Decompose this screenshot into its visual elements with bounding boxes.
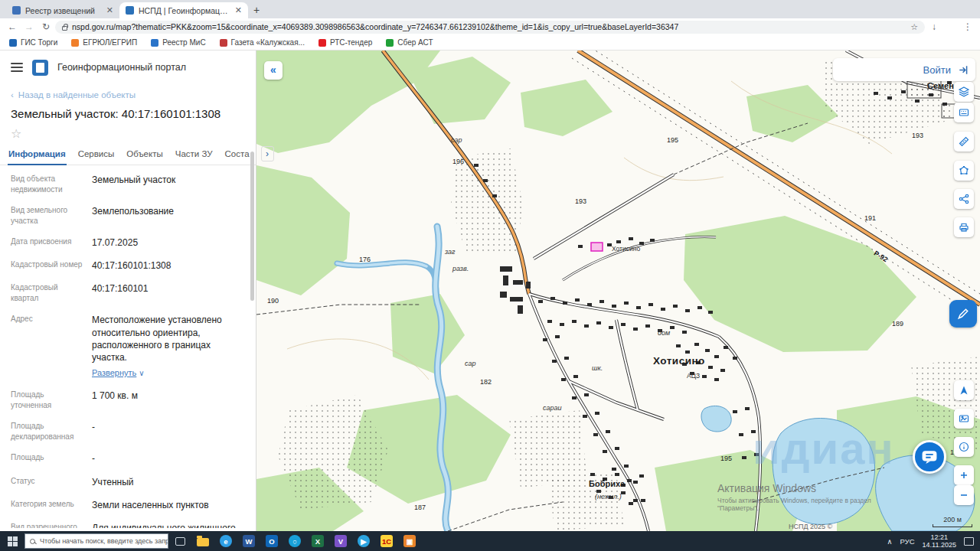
layers-button[interactable] bbox=[954, 82, 974, 102]
bookmark-favicon bbox=[9, 39, 17, 47]
measure-button[interactable] bbox=[954, 132, 974, 152]
tab-favicon bbox=[12, 6, 21, 15]
notification-center-icon[interactable] bbox=[964, 537, 974, 546]
language-indicator[interactable]: РУС bbox=[900, 537, 915, 546]
menu-icon[interactable] bbox=[11, 63, 23, 72]
parcel-title: Земельный участок: 40:17:160101:1308 bbox=[11, 107, 245, 120]
login-button[interactable]: Войти bbox=[833, 58, 975, 81]
taskbar-apps: eWO○XV▶1С▣ bbox=[191, 531, 421, 551]
app-purple-button[interactable]: V bbox=[329, 531, 352, 551]
word-button[interactable]: W bbox=[237, 531, 260, 551]
edge-browser-button[interactable]: e bbox=[214, 531, 237, 551]
task-view-button[interactable] bbox=[168, 531, 191, 551]
nspd-logo[interactable] bbox=[32, 60, 48, 76]
map-label: АЦЗ bbox=[687, 372, 700, 380]
field-value: - bbox=[92, 421, 245, 442]
browser-tabstrip: Реестр извещений ✕ НСПД | Геоинформацион… bbox=[0, 0, 980, 18]
browser-tab-1[interactable]: Реестр извещений ✕ bbox=[6, 2, 119, 18]
bookmark-favicon bbox=[318, 39, 326, 47]
bookmark-favicon bbox=[386, 39, 394, 47]
browser-menu-icon[interactable]: ⋮ bbox=[960, 21, 975, 32]
field-label: Категория земель bbox=[11, 499, 84, 511]
taskbar-search-input[interactable]: Чтобы начать поиск, введите здесь запрос bbox=[24, 533, 168, 549]
panel-tab[interactable]: Информация bbox=[8, 142, 67, 165]
field-label: Кадастровый квартал bbox=[11, 282, 84, 303]
field-label: Площадь декларированная bbox=[11, 421, 84, 442]
back-icon[interactable]: ← bbox=[5, 21, 20, 32]
bookmark-item[interactable]: Сбер АСТ bbox=[386, 38, 433, 47]
panel-tab[interactable]: Части ЗУ bbox=[175, 142, 214, 165]
tab-close-icon[interactable]: ✕ bbox=[106, 5, 113, 15]
bookmark-item[interactable]: Газета «Калужская... bbox=[220, 38, 305, 47]
collapse-panel-button[interactable]: « bbox=[264, 61, 283, 80]
identify-button[interactable] bbox=[954, 437, 974, 457]
file-explorer-button[interactable] bbox=[191, 531, 214, 551]
excel-button[interactable]: X bbox=[306, 531, 329, 551]
map-label: 176 bbox=[359, 256, 371, 263]
map-label: дом bbox=[658, 329, 670, 337]
browser-button[interactable]: ○ bbox=[283, 531, 306, 551]
main-area: Семеновка193195сар196193191ХотисиноР-921… bbox=[0, 51, 980, 531]
bookmark-item[interactable]: ГИС Торги bbox=[9, 38, 57, 47]
basemap-button[interactable] bbox=[954, 409, 974, 429]
map-canvas[interactable]: Семеновка193195сар196193191ХотисиноР-921… bbox=[256, 51, 980, 531]
url-bar[interactable]: nspd.gov.ru/map?thematic=PKK&zoom=15&coo… bbox=[55, 21, 925, 34]
panel-tabs-row: ИнформацияСервисыОбъектыЧасти ЗУСоста › bbox=[0, 142, 256, 165]
telegram-button[interactable]: ▶ bbox=[352, 531, 375, 551]
expand-link[interactable]: Развернуть bbox=[92, 367, 136, 379]
share-button[interactable] bbox=[954, 189, 974, 209]
zoom-out-button[interactable] bbox=[954, 485, 974, 505]
windows-taskbar: Чтобы начать поиск, введите здесь запрос… bbox=[0, 531, 980, 551]
panel-scrollbar[interactable] bbox=[250, 152, 254, 301]
one-c-button[interactable]: 1С bbox=[375, 531, 398, 551]
field-row: АдресМестоположение установлено относите… bbox=[0, 308, 256, 384]
reload-icon[interactable]: ↻ bbox=[38, 21, 54, 32]
tab-close-icon[interactable]: ✕ bbox=[235, 5, 242, 15]
start-button[interactable] bbox=[0, 531, 24, 551]
draw-tool-button[interactable] bbox=[949, 300, 977, 328]
favorite-star-icon[interactable]: ☆ bbox=[11, 127, 21, 140]
field-row: СтатусУчтенный bbox=[0, 471, 256, 494]
map-label: (нежил.) bbox=[595, 493, 622, 500]
app-purple-icon: V bbox=[335, 535, 347, 547]
print-button[interactable] bbox=[954, 217, 974, 237]
field-row: Дата присвоения17.07.2025 bbox=[0, 231, 256, 254]
highlighted-parcel[interactable] bbox=[591, 243, 603, 251]
photos-button[interactable]: ▣ bbox=[398, 531, 421, 551]
map-label: 193 bbox=[912, 132, 923, 139]
chat-button[interactable] bbox=[913, 440, 946, 474]
field-label: Кадастровый номер bbox=[11, 259, 84, 272]
back-to-results-link[interactable]: ‹ Назад в найденные объекты bbox=[11, 90, 245, 99]
tray-expand-icon[interactable]: ∧ bbox=[887, 537, 893, 546]
forward-icon[interactable]: → bbox=[21, 21, 37, 32]
map-scale: 200 м bbox=[933, 516, 972, 527]
field-row: Площадь декларированная- bbox=[0, 416, 256, 447]
field-row: Вид разрешенного использованияДля индиви… bbox=[0, 517, 256, 528]
lock-icon bbox=[62, 26, 67, 31]
select-area-button[interactable] bbox=[954, 161, 974, 181]
bookmark-item[interactable]: РТС-тендер bbox=[318, 38, 372, 47]
location-button[interactable] bbox=[954, 380, 974, 400]
panel-tab[interactable]: Соста bbox=[224, 142, 250, 165]
zoom-in-button[interactable] bbox=[954, 465, 974, 485]
panel-tab[interactable]: Сервисы bbox=[77, 142, 116, 165]
legend-button[interactable] bbox=[954, 103, 974, 122]
map-label: 191 bbox=[864, 214, 876, 222]
panel-tab[interactable]: Объекты bbox=[126, 142, 163, 165]
new-tab-button[interactable]: + bbox=[248, 2, 265, 18]
download-icon[interactable]: ↓ bbox=[926, 21, 942, 32]
scale-bar bbox=[933, 524, 972, 527]
field-value: Земли населенных пунктов bbox=[92, 499, 245, 511]
outlook-button[interactable]: O bbox=[260, 531, 283, 551]
tabs-scroll-right-icon[interactable]: › bbox=[261, 146, 274, 161]
map-label: 193 bbox=[575, 197, 586, 205]
map-label: 195 bbox=[720, 455, 732, 462]
map-attribution: НСПД 2025 © bbox=[789, 523, 832, 530]
excel-icon: X bbox=[312, 535, 324, 547]
bookmark-item[interactable]: ЕГРЮЛ/ЕГРИП bbox=[71, 38, 137, 47]
tab-title: Реестр извещений bbox=[25, 6, 102, 15]
bookmark-star-icon[interactable]: ☆ bbox=[910, 22, 918, 32]
browser-tab-2[interactable]: НСПД | Геоинформационный п ✕ bbox=[119, 2, 248, 18]
bookmark-item[interactable]: Реестр МиС bbox=[151, 38, 205, 47]
taskbar-clock[interactable]: 12:21 14.11.2025 bbox=[923, 533, 956, 549]
